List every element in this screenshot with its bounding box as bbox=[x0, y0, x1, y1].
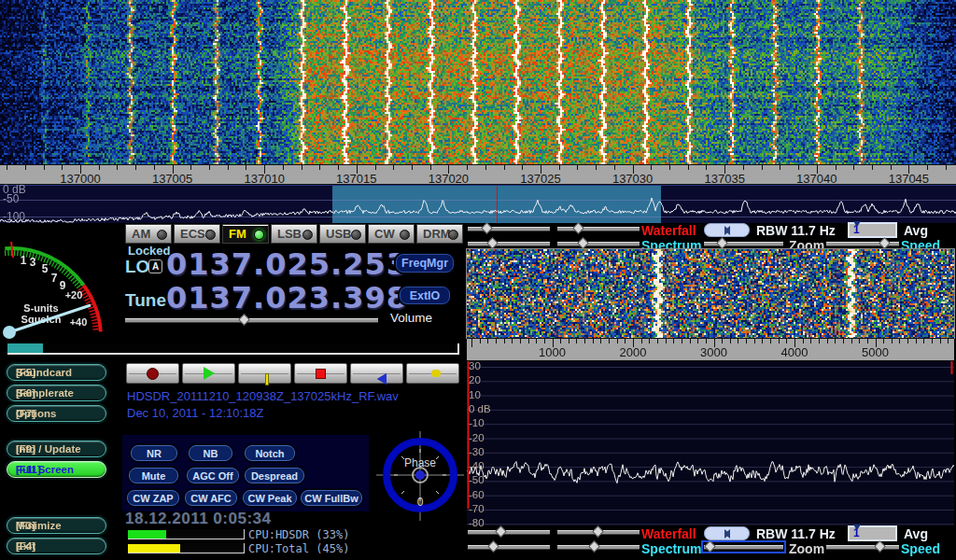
mode-button-cw[interactable]: CW bbox=[368, 224, 415, 244]
db-label: 10 bbox=[469, 389, 481, 400]
cpu-text: CPU:Total (45%) bbox=[248, 542, 349, 555]
cpu-bar-fill bbox=[128, 530, 166, 539]
transport-stop-button[interactable] bbox=[294, 363, 347, 384]
phase-dot bbox=[415, 470, 425, 480]
side-button-minimize[interactable]: Minimize[F3] bbox=[7, 517, 106, 534]
scroll-right-icon[interactable] bbox=[724, 529, 730, 539]
side-button-options[interactable]: Options[F7] bbox=[7, 405, 106, 422]
scale-tick bbox=[657, 339, 658, 343]
mode-button-usb[interactable]: USB bbox=[319, 224, 366, 244]
scale-tick bbox=[62, 165, 63, 170]
scale-tick bbox=[209, 165, 210, 170]
dsp-button-notch[interactable]: Notch bbox=[245, 445, 295, 461]
scale-tick bbox=[609, 339, 610, 343]
button-hotkey: [F7] bbox=[16, 408, 35, 419]
play-icon bbox=[204, 367, 215, 380]
waterfall-brightness-slider[interactable] bbox=[468, 526, 550, 539]
s-meter: 13579+20+40S-unitsSquelch bbox=[0, 222, 121, 345]
mode-button-ecss[interactable]: ECSS bbox=[174, 224, 220, 244]
zoom-frequency-scale[interactable]: 10002000300040005000 bbox=[467, 338, 954, 361]
waterfall-brightness-slider[interactable] bbox=[468, 223, 550, 235]
zoom-spectrum-display[interactable] bbox=[467, 361, 954, 525]
waterfall-scroll-widget[interactable] bbox=[704, 526, 750, 540]
scale-tick bbox=[762, 165, 763, 170]
mode-button-lsb[interactable]: LSB bbox=[271, 224, 317, 244]
spectrum-tab[interactable]: Spectrum bbox=[641, 541, 702, 556]
smeter-tick bbox=[90, 314, 95, 315]
avg-dropdown[interactable]: 1 bbox=[848, 525, 897, 541]
extio-button[interactable]: ExtIO bbox=[400, 287, 450, 304]
smeter-tick bbox=[92, 323, 98, 324]
scale-label: 137040 bbox=[796, 172, 836, 185]
spectrum-contrast-slider[interactable] bbox=[557, 541, 640, 553]
scale-tick bbox=[688, 165, 689, 170]
scale-tick bbox=[596, 165, 597, 170]
dsp-button-nr[interactable]: NR bbox=[131, 445, 177, 461]
tune-frequency-display[interactable]: 0137.023.398 bbox=[166, 280, 408, 315]
scale-tick bbox=[770, 339, 771, 343]
scale-tick bbox=[319, 165, 320, 170]
dsp-button-mute[interactable]: Mute bbox=[129, 468, 178, 483]
lo-label: LO bbox=[125, 257, 149, 277]
zoom-slider[interactable] bbox=[704, 541, 783, 553]
lo-frequency-display[interactable]: 0137.025.253 bbox=[166, 246, 408, 282]
side-button-info-update[interactable]: Info / Update[F9] bbox=[7, 441, 106, 457]
scale-label: 137010 bbox=[244, 172, 284, 185]
waterfall-contrast-slider[interactable] bbox=[557, 526, 640, 539]
dsp-button-cw-peak[interactable]: CW Peak bbox=[243, 490, 297, 506]
squelch-level-bar[interactable] bbox=[7, 343, 459, 355]
main-waterfall-display[interactable] bbox=[0, 0, 956, 164]
freqmgr-button[interactable]: FreqMgr bbox=[396, 254, 454, 273]
smeter-tick bbox=[88, 307, 93, 309]
waterfall-scroll-widget[interactable] bbox=[704, 223, 750, 237]
scale-tick bbox=[666, 339, 667, 343]
dsp-button-cw-zap[interactable]: CW ZAP bbox=[127, 490, 179, 506]
db-label: -30 bbox=[469, 446, 485, 457]
dsp-button-despread[interactable]: Despread bbox=[245, 468, 304, 483]
hdsdr-window: 1370001370051370101370151370201370251370… bbox=[0, 0, 956, 560]
mode-button-drm[interactable]: DRM bbox=[416, 224, 463, 244]
mode-button-am[interactable]: AM bbox=[125, 224, 172, 244]
phase-indicator: Phase 0 bbox=[376, 429, 464, 523]
zoom-waterfall-display[interactable] bbox=[467, 249, 954, 338]
scale-tick bbox=[746, 339, 747, 343]
dsp-button-agc-off[interactable]: AGC Off bbox=[187, 468, 239, 483]
smeter-tick bbox=[85, 299, 90, 301]
scale-label: 137000 bbox=[60, 172, 100, 185]
scroll-right-icon[interactable] bbox=[724, 226, 730, 235]
main-frequency-scale[interactable]: 1370001370051370101370151370201370251370… bbox=[0, 164, 956, 185]
mode-led bbox=[254, 230, 264, 240]
transport-pause-button[interactable] bbox=[238, 363, 291, 384]
cpu-bar-fill bbox=[128, 544, 180, 553]
lo-auto-badge[interactable]: A bbox=[148, 259, 162, 273]
spectrum-brightness-slider[interactable] bbox=[468, 541, 550, 553]
side-button-soundcard[interactable]: Soundcard[F5] bbox=[7, 364, 106, 381]
speed-slider[interactable] bbox=[826, 541, 899, 553]
transport-loop-button[interactable] bbox=[406, 363, 459, 384]
waterfall-contrast-slider[interactable] bbox=[557, 223, 640, 235]
waterfall-tab[interactable]: Waterfall bbox=[641, 526, 696, 541]
transport-rewind-button[interactable] bbox=[350, 363, 403, 384]
smeter-tick bbox=[68, 275, 72, 279]
smeter-tick bbox=[86, 301, 91, 304]
smeter-tick bbox=[54, 263, 57, 268]
dsp-button-cw-afc[interactable]: CW AFC bbox=[185, 490, 237, 506]
dsp-button-nb[interactable]: NB bbox=[189, 445, 232, 461]
transport-record-button[interactable] bbox=[126, 363, 179, 384]
dsp-button-cw-fullbw[interactable]: CW FullBw bbox=[301, 490, 362, 506]
side-button-full-screen[interactable]: Full Screen[F11] bbox=[7, 461, 106, 478]
avg-dropdown[interactable]: 1 bbox=[848, 222, 897, 238]
scale-tick bbox=[836, 165, 836, 170]
side-button-samplerate[interactable]: Samplerate[F6] bbox=[7, 385, 106, 401]
main-spectrum-display[interactable] bbox=[0, 185, 956, 223]
scale-tick bbox=[730, 339, 731, 343]
side-button-exit[interactable]: Exit[F4] bbox=[7, 538, 106, 554]
scale-tick bbox=[946, 165, 947, 170]
waterfall-tab[interactable]: Waterfall bbox=[641, 223, 696, 238]
transport-play-button[interactable] bbox=[182, 363, 235, 384]
volume-slider-control[interactable] bbox=[125, 315, 378, 327]
scale-tick bbox=[940, 339, 941, 343]
scale-tick bbox=[835, 339, 836, 343]
mode-button-fm[interactable]: FM bbox=[222, 224, 269, 244]
scale-tick bbox=[577, 165, 578, 170]
